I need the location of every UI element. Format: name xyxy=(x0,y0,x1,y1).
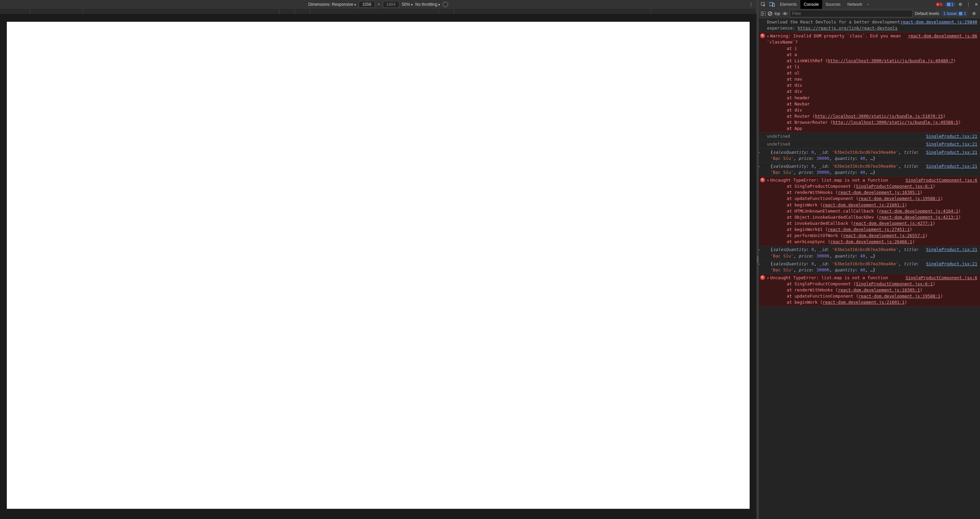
height-input[interactable] xyxy=(383,1,399,8)
clear-console-icon[interactable] xyxy=(768,11,772,16)
source-link[interactable]: react-dom.development.js:86 xyxy=(908,33,977,39)
console-message: SingleProduct.jsx:21undefined xyxy=(759,133,980,140)
live-expression-icon[interactable] xyxy=(782,12,788,15)
errors-count: 5 xyxy=(940,2,942,6)
source-link[interactable]: SingleProduct.jsx:21 xyxy=(926,141,977,147)
error-text: Uncaught TypeError: list.map is not a fu… xyxy=(770,275,888,280)
viewport-wrapper xyxy=(0,14,756,519)
error-text: Warning: Invalid DOM property `class`. D… xyxy=(767,33,901,44)
tab-elements[interactable]: Elements xyxy=(776,0,800,9)
filter-input[interactable] xyxy=(790,10,913,17)
console-object: SingleProduct.jsx:21▸{salesQuantity: 0, … xyxy=(759,246,980,260)
issues-button[interactable]: 1 Issue: 1 xyxy=(941,11,968,16)
error-icon xyxy=(760,178,765,182)
source-link[interactable]: SingleProductComponent.jsx:6 xyxy=(905,177,977,183)
source-link[interactable]: SingleProduct.jsx:21 xyxy=(926,133,977,140)
issues-count: 1 xyxy=(964,11,966,16)
source-link[interactable]: SingleProductComponent.jsx:6 xyxy=(905,275,977,281)
tab-sources[interactable]: Sources xyxy=(822,0,844,9)
undefined-value: undefined xyxy=(767,141,790,147)
device-mode-icon[interactable] xyxy=(768,0,776,9)
context-dropdown[interactable]: top xyxy=(775,11,780,16)
source-link[interactable]: SingleProduct.jsx:21 xyxy=(926,149,977,156)
console-message: SingleProduct.jsx:21undefined xyxy=(759,140,980,148)
console-sidebar-toggle-icon[interactable] xyxy=(761,11,765,16)
expand-caret-icon[interactable]: ▸ xyxy=(767,275,770,281)
expand-caret-icon[interactable]: ▸ xyxy=(759,149,760,156)
svg-rect-3 xyxy=(947,3,950,6)
svg-line-7 xyxy=(769,12,772,15)
expand-caret-icon[interactable]: ▸ xyxy=(767,33,770,39)
undefined-value: undefined xyxy=(767,134,790,139)
levels-dropdown[interactable]: Default levels xyxy=(915,11,939,16)
devtools-tabs: Elements Console Sources Network » 5 1 ⚙… xyxy=(759,0,980,9)
error-icon xyxy=(760,33,765,38)
console-controls: top Default levels 1 Issue: 1 ⚙ xyxy=(759,9,980,18)
zoom-dropdown[interactable]: 50% xyxy=(402,2,413,7)
devtools-link[interactable]: https://reactjs.org/link/react-devtools xyxy=(798,25,898,31)
source-link[interactable]: SingleProduct.jsx:21 xyxy=(926,163,977,169)
console-error: SingleProductComponent.jsx:6 ▸Uncaught T… xyxy=(759,176,980,246)
console-settings-gear-icon[interactable]: ⚙ xyxy=(970,11,978,16)
source-link[interactable]: react-dom.development.js:29840 xyxy=(900,19,977,25)
svg-point-8 xyxy=(784,13,786,14)
close-devtools-icon[interactable]: ✕ xyxy=(972,2,980,7)
dimension-separator: × xyxy=(378,2,380,7)
page-viewport[interactable] xyxy=(7,22,749,509)
dimensions-dropdown[interactable]: Dimensions: Responsive xyxy=(308,2,356,7)
inspect-icon[interactable] xyxy=(759,0,768,9)
rotate-icon[interactable] xyxy=(443,2,448,7)
more-menu-icon[interactable]: ⋮ xyxy=(749,2,753,7)
info-count: 1 xyxy=(951,2,953,6)
issues-label: 1 Issue: xyxy=(943,11,958,16)
console-object: SingleProduct.jsx:21▸{salesQuantity: 0, … xyxy=(759,163,980,176)
ruler-horizontal xyxy=(0,9,756,14)
tab-console[interactable]: Console xyxy=(800,0,822,9)
console-output[interactable]: react-dom.development.js:29840 Download … xyxy=(759,18,980,519)
width-input[interactable] xyxy=(359,1,375,8)
source-link[interactable]: SingleProduct.jsx:21 xyxy=(926,261,977,267)
console-error: SingleProductComponent.jsx:6 ▸Uncaught T… xyxy=(759,274,980,307)
console-object: SingleProduct.jsx:21▸{salesQuantity: 0, … xyxy=(759,149,980,163)
console-message: react-dom.development.js:29840 Download … xyxy=(759,18,980,32)
expand-caret-icon[interactable]: ▸ xyxy=(759,261,760,267)
source-link[interactable]: SingleProduct.jsx:21 xyxy=(926,247,977,253)
throttling-dropdown[interactable]: No throttling xyxy=(415,2,440,7)
expand-caret-icon[interactable]: ▸ xyxy=(767,177,770,183)
tab-network[interactable]: Network xyxy=(844,0,865,9)
console-error: react-dom.development.js:86 ▸Warning: In… xyxy=(759,32,980,133)
errors-badge[interactable]: 5 xyxy=(935,2,944,7)
expand-caret-icon[interactable]: ▸ xyxy=(759,247,760,253)
settings-gear-icon[interactable]: ⚙ xyxy=(956,2,964,7)
devtools-menu-icon[interactable]: ⋮ xyxy=(964,2,972,7)
error-icon xyxy=(760,275,765,280)
device-toolbar: Dimensions: Responsive × 50% No throttli… xyxy=(0,0,756,9)
more-tabs-chevron-icon[interactable]: » xyxy=(865,2,870,6)
svg-rect-9 xyxy=(959,12,962,15)
info-badge[interactable]: 1 xyxy=(945,2,955,7)
expand-caret-icon[interactable]: ▸ xyxy=(759,163,760,169)
error-text: Uncaught TypeError: list.map is not a fu… xyxy=(770,178,888,183)
console-object: SingleProduct.jsx:21▸{salesQuantity: 0, … xyxy=(759,260,980,274)
